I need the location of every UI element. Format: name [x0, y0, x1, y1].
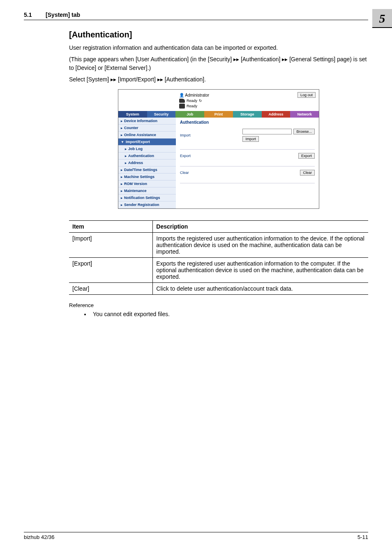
nav-rom-version[interactable]: ▸ROM Version [118, 180, 176, 187]
running-header: 5.1 [System] tab [24, 12, 368, 20]
page-footer: bizhub 42/36 5-11 [24, 532, 368, 540]
tab-print[interactable]: Print [204, 111, 233, 118]
import-button[interactable]: Import [242, 136, 259, 142]
arrow-icon: ▸▸ [111, 76, 116, 83]
nav-job-log[interactable]: ▸Job Log [118, 146, 176, 153]
main-tab-row: System Security Job Print Storage Addres… [118, 111, 319, 118]
chevron-right-icon: ▸ [121, 196, 122, 200]
logout-button[interactable]: Log out [297, 92, 316, 98]
printer-status-icon [179, 104, 185, 109]
chevron-right-icon: ▸ [121, 189, 122, 193]
nav-address[interactable]: ▸Address [118, 160, 176, 166]
nav-notification-settings[interactable]: ▸Notification Settings [118, 194, 176, 201]
clear-row: Clear Clear [180, 170, 315, 176]
scanner-status-icon [179, 99, 185, 103]
export-label: Export [180, 154, 213, 158]
browse-button[interactable]: Browse... [293, 129, 315, 134]
reference-bullet: You cannot edit exported files. [90, 311, 368, 317]
chevron-right-icon: ▸ [121, 126, 122, 130]
chevron-right-icon: ▸ [121, 133, 122, 137]
chevron-right-icon: ▸ [125, 161, 127, 165]
arrow-icon: ▸▸ [157, 76, 163, 83]
table-cell-desc: Click to delete user authentication/acco… [153, 283, 368, 295]
embedded-admin-screenshot: 👤 Administrator Log out Ready↻ Ready Sys… [118, 89, 319, 209]
nav-machine-settings[interactable]: ▸Machine Settings [118, 173, 176, 180]
nav-date-time[interactable]: ▸Date/Time Settings [118, 166, 176, 173]
panel-heading: Authentication [180, 120, 315, 125]
section-title: [System] tab [46, 12, 80, 18]
export-row: Export Export [180, 153, 315, 159]
table-cell-item: [Export] [69, 258, 153, 283]
nav-authentication[interactable]: ▸Authentication [118, 153, 176, 160]
intro-paragraph-1: User registration information and authen… [69, 44, 368, 52]
tab-storage[interactable]: Storage [233, 111, 262, 118]
tab-network[interactable]: Network [290, 111, 319, 118]
table-cell-item: [Clear] [69, 283, 153, 295]
scanner-status-text: Ready [187, 99, 197, 103]
clear-label: Clear [180, 171, 213, 175]
chevron-right-icon: ▸ [125, 154, 127, 158]
table-header-description: Description [153, 221, 368, 233]
export-button[interactable]: Export [298, 153, 315, 159]
chevron-right-icon: ▸ [121, 182, 122, 186]
footer-page-number: 5-11 [357, 534, 368, 540]
refresh-button[interactable]: ↻ [199, 99, 202, 103]
printer-status-text: Ready [187, 104, 197, 108]
description-table: Item Description [Import] Imports the re… [69, 220, 368, 295]
import-file-field[interactable] [242, 129, 292, 134]
chevron-right-icon: ▸ [121, 203, 122, 207]
table-row: [Export] Exports the registered user aut… [69, 258, 368, 283]
chevron-down-icon: ▼ [121, 140, 124, 144]
admin-label: 👤 Administrator [179, 93, 209, 97]
chevron-right-icon: ▸ [121, 119, 122, 123]
nav-online-assistance[interactable]: ▸Online Assistance [118, 132, 176, 139]
nav-import-export[interactable]: ▼Import/Export [118, 139, 176, 146]
nav-sender-registration[interactable]: ▸Sender Registration [118, 201, 176, 208]
tab-security[interactable]: Security [147, 111, 176, 118]
chevron-right-icon: ▸ [121, 175, 122, 179]
nav-maintenance[interactable]: ▸Maintenance [118, 187, 176, 194]
reference-section: Reference You cannot edit exported files… [69, 302, 368, 317]
chevron-right-icon: ▸ [121, 168, 122, 172]
chevron-right-icon: ▸ [125, 147, 127, 151]
table-cell-item: [Import] [69, 233, 153, 258]
table-row: [Clear] Click to delete user authenticat… [69, 283, 368, 295]
tab-address[interactable]: Address [262, 111, 291, 118]
chapter-number-badge: 5 [372, 9, 392, 28]
table-cell-desc: Imports the registered user authenticati… [153, 233, 368, 258]
intro-paragraph-2: (This page appears when [User Authentica… [69, 55, 368, 72]
table-row: [Import] Imports the registered user aut… [69, 233, 368, 258]
intro-paragraph-3: Select [System] ▸▸ [Import/Export] ▸▸ [A… [69, 75, 368, 83]
side-navigation: ▸Device Information ▸Counter ▸Online Ass… [118, 118, 176, 208]
nav-device-information[interactable]: ▸Device Information [118, 118, 176, 125]
arrow-icon: ▸▸ [233, 56, 239, 62]
section-number: 5.1 [24, 12, 32, 18]
reference-label: Reference [69, 302, 368, 308]
arrow-icon: ▸▸ [282, 56, 288, 62]
table-cell-desc: Exports the registered user authenticati… [153, 258, 368, 283]
nav-counter[interactable]: ▸Counter [118, 125, 176, 132]
import-row: Import Browse... Import [180, 129, 315, 142]
page-title: [Authentication] [69, 30, 368, 39]
footer-model: bizhub 42/36 [24, 534, 54, 540]
tab-job[interactable]: Job [175, 111, 204, 118]
clear-button[interactable]: Clear [300, 170, 315, 176]
import-label: Import [180, 133, 213, 137]
tab-system[interactable]: System [118, 111, 147, 118]
table-header-item: Item [69, 221, 153, 233]
